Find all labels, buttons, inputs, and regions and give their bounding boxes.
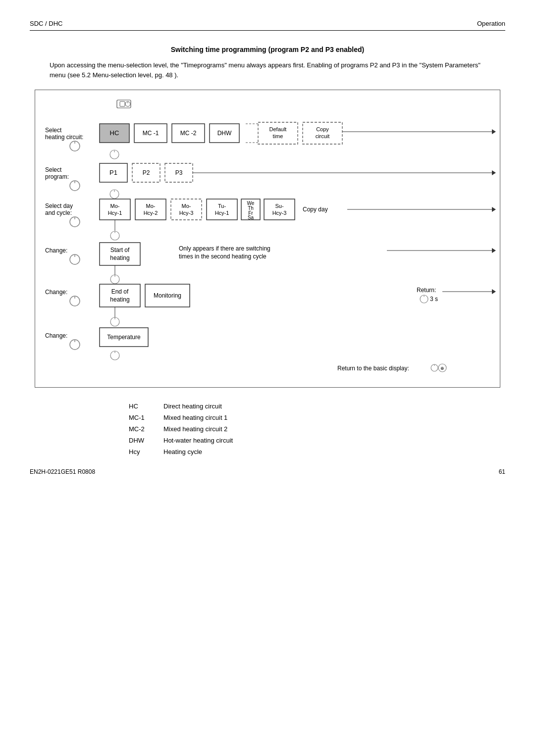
svg-text:Hcy-1: Hcy-1: [108, 210, 122, 216]
svg-text:P3: P3: [175, 169, 183, 176]
svg-marker-80: [492, 248, 496, 253]
svg-text:times in the second heating cy: times in the second heating cycle: [179, 253, 267, 260]
svg-rect-1: [120, 101, 125, 106]
svg-text:Select: Select: [45, 127, 62, 134]
svg-rect-63: [264, 199, 295, 220]
svg-rect-75: [100, 243, 140, 265]
diagram-svg: Select heating circuit: HC MC -1 MC -2 D…: [40, 95, 506, 382]
svg-text:program:: program:: [45, 173, 69, 180]
def-val-dhw: Hot-water heating circuit: [163, 437, 476, 444]
svg-text:Sa: Sa: [248, 215, 254, 220]
svg-text:Start of: Start of: [110, 247, 130, 253]
svg-text:P2: P2: [143, 169, 150, 176]
footer: EN2H-0221GE51 R0808 61: [30, 468, 505, 475]
svg-rect-46: [100, 199, 130, 220]
svg-text:heating circuit:: heating circuit:: [45, 134, 83, 141]
svg-text:Select: Select: [45, 166, 62, 173]
footer-right: 61: [499, 468, 505, 475]
svg-text:Return to the basic display:: Return to the basic display:: [337, 365, 409, 372]
svg-text:Default: Default: [269, 126, 287, 132]
def-row-hcy: Hcy Heating cycle: [129, 448, 476, 455]
svg-text:3 s: 3 s: [430, 296, 438, 302]
svg-rect-0: [117, 100, 131, 108]
svg-text:Change:: Change:: [45, 332, 67, 339]
svg-text:Select day: Select day: [45, 202, 73, 209]
header-left: SDC / DHC: [30, 20, 62, 27]
svg-text:Mo-: Mo-: [146, 203, 156, 209]
def-row-mc1: MC-1 Mixed heating circuit 1: [129, 414, 476, 421]
def-key-mc1: MC-1: [129, 414, 154, 421]
svg-text:heating: heating: [110, 296, 129, 303]
svg-text:Su-: Su-: [275, 203, 283, 209]
svg-text:Hcy-2: Hcy-2: [144, 210, 158, 216]
def-val-mc2: Mixed heating circuit 2: [163, 425, 476, 433]
svg-text:Hcy-3: Hcy-3: [179, 210, 194, 216]
svg-marker-38: [492, 170, 496, 175]
svg-text:time: time: [273, 133, 283, 139]
svg-text:Temperature: Temperature: [107, 334, 141, 341]
svg-text:⊕: ⊕: [440, 366, 444, 371]
svg-text:heating: heating: [110, 254, 129, 261]
svg-text:Only appears if there are swit: Only appears if there are switching: [179, 245, 270, 252]
svg-text:MC -1: MC -1: [143, 130, 159, 137]
svg-rect-49: [135, 199, 166, 220]
def-row-mc2: MC-2 Mixed heating circuit 2: [129, 425, 476, 433]
svg-rect-55: [207, 199, 237, 220]
svg-marker-97: [492, 289, 496, 294]
svg-text:MC -2: MC -2: [180, 130, 197, 137]
definitions-list: HC Direct heating circuit MC-1 Mixed hea…: [129, 403, 476, 455]
svg-text:Hcy-3: Hcy-3: [272, 210, 287, 216]
svg-rect-88: [100, 284, 140, 307]
svg-text:HC: HC: [110, 129, 119, 137]
svg-text:circuit: circuit: [316, 133, 330, 139]
def-key-hc: HC: [129, 403, 154, 410]
svg-text:Tu-: Tu-: [218, 203, 226, 209]
svg-text:Hcy-1: Hcy-1: [215, 210, 229, 216]
footer-left: EN2H-0221GE51 R0808: [30, 468, 95, 475]
def-key-hcy: Hcy: [129, 448, 154, 455]
diagram-box: Select heating circuit: HC MC -1 MC -2 D…: [35, 90, 500, 388]
svg-text:Mo-: Mo-: [110, 203, 120, 209]
def-val-hcy: Heating cycle: [163, 448, 476, 455]
section-title: Switching time programming (program P2 a…: [30, 46, 505, 53]
def-key-mc2: MC-2: [129, 425, 154, 433]
svg-text:Copy: Copy: [316, 126, 329, 132]
def-val-mc1: Mixed heating circuit 1: [163, 414, 476, 421]
def-val-hc: Direct heating circuit: [163, 403, 476, 410]
svg-marker-24: [492, 129, 496, 134]
intro-text: Upon accessing the menu-selection level,…: [50, 60, 485, 80]
svg-text:DHW: DHW: [217, 130, 232, 137]
def-row-hc: HC Direct heating circuit: [129, 403, 476, 410]
svg-text:Change:: Change:: [45, 289, 67, 296]
svg-text:Return:: Return:: [417, 287, 436, 294]
header-right: Operation: [477, 20, 505, 27]
svg-marker-67: [492, 207, 496, 212]
svg-text:Change:: Change:: [45, 247, 67, 254]
def-key-dhw: DHW: [129, 437, 154, 444]
svg-rect-52: [171, 199, 202, 220]
svg-text:End of: End of: [111, 288, 129, 295]
svg-text:P1: P1: [109, 169, 117, 176]
svg-text:Copy day: Copy day: [303, 206, 328, 213]
svg-text:Monitoring: Monitoring: [154, 292, 181, 299]
def-row-dhw: DHW Hot-water heating circuit: [129, 437, 476, 444]
svg-text:and cycle:: and cycle:: [45, 209, 72, 216]
svg-text:Mo-: Mo-: [182, 203, 191, 209]
